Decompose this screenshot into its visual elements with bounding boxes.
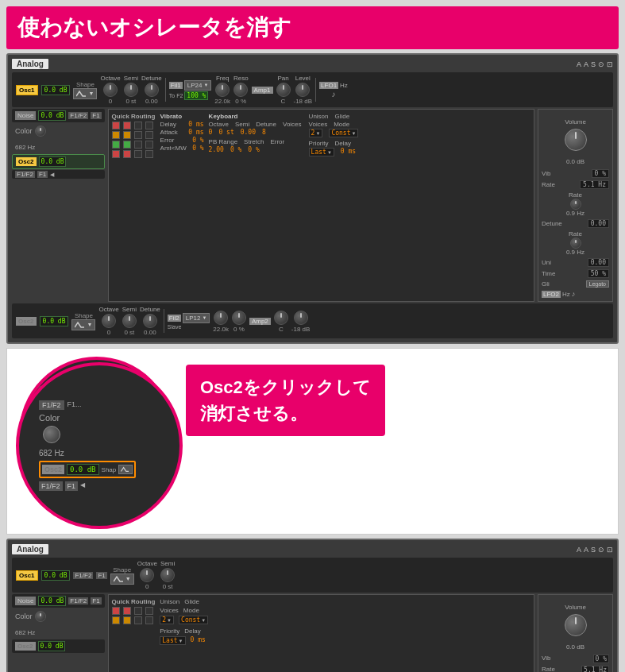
panel2-osc2-label[interactable]: Osc2: [15, 642, 36, 651]
zoom2-wave-selector[interactable]: [118, 465, 133, 474]
p2-semi-knob[interactable]: [160, 568, 175, 582]
panel2-color-knob[interactable]: [35, 611, 46, 622]
osc1-level-knob[interactable]: [295, 83, 310, 97]
color-knob[interactable]: [35, 126, 46, 137]
rcell-13[interactable]: [112, 150, 120, 158]
rcell-15[interactable]: [134, 150, 142, 158]
noise-routing[interactable]: F1/F2: [68, 112, 88, 119]
glide-label: Glide: [335, 113, 350, 120]
gli-val: Legato: [586, 280, 609, 288]
vib-attack-val: 0 ms: [188, 129, 203, 136]
osc1-label[interactable]: Osc1: [16, 85, 38, 95]
rate3-val: 0.9 Hz: [566, 249, 584, 256]
amp2-btn[interactable]: Amp2: [249, 318, 271, 325]
osc1-reso-knob[interactable]: [233, 83, 248, 97]
fil2-type[interactable]: LP12 ▼: [183, 313, 210, 323]
rcell-11[interactable]: [134, 141, 142, 149]
osc2-detune-label: Detune: [140, 306, 160, 313]
rcell-6[interactable]: [123, 131, 131, 139]
rcell-16[interactable]: [145, 150, 153, 158]
unison-section: Unison Glide Voices Mode 2 ▼ Const: [309, 113, 372, 298]
osc1-freq-val: 22.0k: [214, 98, 230, 105]
rcell-7[interactable]: [134, 131, 142, 139]
osc2-label-small[interactable]: Osc2: [16, 157, 37, 166]
p2-shape-label: Shape: [113, 566, 131, 574]
osc2-shape-selector[interactable]: ▼: [71, 319, 95, 330]
osc1-semi-knob[interactable]: [124, 83, 138, 97]
rate1-label: Rate: [542, 181, 555, 188]
osc1-row: Osc1 0.0 dB Shape ▼ Octave 0 Se: [12, 72, 613, 107]
vib-amt-val: 0 %: [192, 145, 203, 152]
rcell-10[interactable]: [123, 141, 131, 149]
osc2-octave-knob[interactable]: [102, 314, 116, 328]
kb-det-val: 0.00: [241, 129, 256, 136]
osc1-octave-label: Octave: [100, 75, 120, 82]
osc1-pan-knob[interactable]: [276, 83, 291, 97]
priority-lbl: Priority: [309, 140, 329, 147]
panel2-header: Analog AAS⊙⊡: [12, 544, 613, 554]
zoom2-hz: 682 Hz: [39, 449, 160, 458]
osc1-freq-knob[interactable]: [215, 83, 230, 97]
osc2-semi-knob[interactable]: [122, 314, 137, 328]
p2-volume-knob[interactable]: [565, 614, 587, 636]
p2-oct-label: Octave: [137, 560, 157, 567]
panel2-grid: [112, 607, 156, 624]
osc2-reso-knob[interactable]: [232, 311, 246, 325]
p2-rcell-2[interactable]: [123, 607, 131, 615]
rcell-5[interactable]: [112, 131, 120, 139]
osc2-reso-group: 0 %: [232, 310, 246, 333]
zoom2-content: F1/F2 F1... Color 682 Hz Osc2 0.0 dB Sha…: [19, 365, 179, 526]
p2-rcell-8[interactable]: [145, 616, 153, 624]
zoom2-shape: Shap: [102, 466, 117, 473]
osc2-detune-knob[interactable]: [143, 314, 157, 328]
fil1-type[interactable]: LP24 ▼: [184, 80, 212, 91]
kb-oct-val: 0: [209, 129, 213, 136]
zoom2-f1f2-row: F1/F2 F1...: [39, 400, 160, 410]
rcell-8[interactable]: [145, 131, 153, 139]
volume-knob[interactable]: [565, 129, 587, 151]
panel2-osc1-label[interactable]: Osc1: [16, 570, 38, 581]
p2-rcell-6[interactable]: [123, 616, 131, 624]
rcell-2[interactable]: [123, 122, 131, 129]
osc1-filter-group: Fil1 LP24 ▼ To F2 100 %: [169, 80, 212, 100]
osc2-pan-knob[interactable]: [274, 311, 288, 325]
panel2-noise-label[interactable]: Noise: [15, 597, 36, 605]
zoom2-color-knob[interactable]: [43, 426, 60, 443]
osc1-freq-label: Freq: [216, 75, 229, 82]
osc2-label-inactive[interactable]: Osc2: [16, 317, 37, 326]
p2-rcell-3[interactable]: [134, 607, 142, 615]
p2-rcell-7[interactable]: [134, 616, 142, 624]
rate3-knob[interactable]: [570, 238, 581, 249]
rcell-14[interactable]: [123, 150, 131, 158]
osc2-freq-group: 22.0k: [213, 310, 229, 333]
osc2-freq-knob[interactable]: [214, 311, 228, 325]
analog-panel-1: Analog A A S ⊙ ⊡ Osc1 0.0 dB Shape ▼: [6, 53, 619, 344]
noise-filter[interactable]: F1: [91, 112, 101, 119]
p2-rcell-4[interactable]: [145, 607, 153, 615]
rcell-1[interactable]: [112, 122, 120, 129]
noise-label[interactable]: Noise: [15, 111, 36, 120]
rcell-9[interactable]: [112, 141, 120, 149]
amp1-btn[interactable]: Amp1: [252, 87, 273, 94]
p2-shape-sel[interactable]: ▼: [110, 574, 134, 585]
osc1-semi-label: Semi: [124, 75, 138, 82]
rcell-3[interactable]: [134, 122, 142, 129]
osc1-shape-selector[interactable]: ▼: [73, 88, 97, 99]
kb-stretch-val: 0 %: [230, 146, 241, 153]
zoom2-osc2-label[interactable]: Osc2: [42, 465, 64, 474]
noise-row: Noise 0.0 dB F1/F2 F1: [12, 109, 105, 122]
noise-routing-area: Noise 0.0 dB F1/F2 F1 Color 682 Hz Osc2 …: [12, 109, 613, 302]
rate2-knob[interactable]: [570, 199, 581, 210]
vib-delay-val: 0 ms: [188, 121, 203, 128]
p2-rcell-5[interactable]: [112, 616, 120, 624]
rate2-group: Rate 0.9 Hz: [542, 191, 609, 217]
osc1-detune-knob[interactable]: [145, 83, 159, 97]
panel2-color-row: Color: [12, 609, 105, 624]
rcell-4[interactable]: [145, 122, 153, 129]
p2-oct-knob[interactable]: [140, 568, 154, 582]
osc1-octave-knob[interactable]: [103, 83, 118, 97]
p2-rcell-1[interactable]: [112, 607, 120, 615]
osc2-level-knob[interactable]: [294, 311, 308, 325]
vib-delay-label: Delay: [160, 121, 176, 128]
rcell-12[interactable]: [145, 141, 153, 149]
